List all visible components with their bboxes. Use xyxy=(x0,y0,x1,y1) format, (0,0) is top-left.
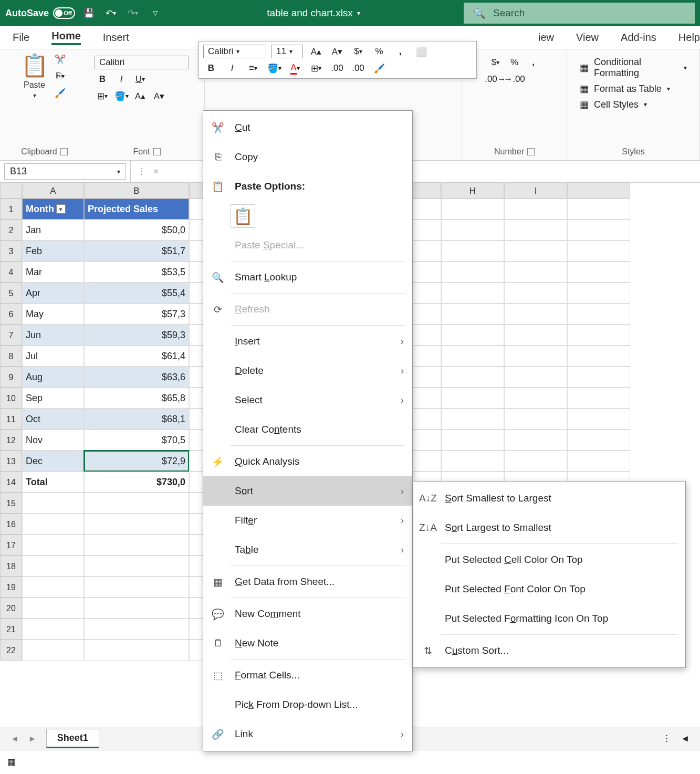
cell[interactable] xyxy=(84,514,189,535)
ctx-clear-contents[interactable]: Clear Contents xyxy=(203,415,412,444)
number-launcher-icon[interactable] xyxy=(527,148,535,155)
mini-shrink-font-icon[interactable]: A▾ xyxy=(329,45,345,58)
cell[interactable]: $730,0 xyxy=(84,472,189,493)
cell[interactable] xyxy=(567,367,630,388)
cell[interactable] xyxy=(504,325,567,346)
select-all-corner[interactable] xyxy=(0,183,22,198)
cell[interactable] xyxy=(567,198,630,219)
font-name-select[interactable]: Calibri xyxy=(95,56,189,69)
cell[interactable] xyxy=(84,493,189,514)
cell[interactable] xyxy=(504,240,567,262)
undo-icon[interactable]: ↶▾ xyxy=(102,5,119,22)
font-grow-icon[interactable]: A▴ xyxy=(132,89,148,103)
cell[interactable] xyxy=(504,430,567,451)
mini-font-size[interactable]: 11▾ xyxy=(271,45,303,58)
mini-merge-icon[interactable]: ⬜ xyxy=(413,45,429,58)
fill-color-button[interactable]: 🪣▾ xyxy=(113,89,129,103)
cell[interactable] xyxy=(567,283,630,304)
cell[interactable] xyxy=(441,240,504,262)
cell[interactable] xyxy=(441,346,504,367)
clipboard-launcher-icon[interactable] xyxy=(60,148,68,155)
ctx-copy[interactable]: ⎘Copy xyxy=(203,142,412,172)
cell[interactable] xyxy=(567,346,630,367)
cell[interactable]: Feb xyxy=(22,240,84,262)
cell[interactable] xyxy=(504,262,567,283)
mini-percent-icon[interactable]: % xyxy=(371,45,387,58)
cell[interactable]: Jan xyxy=(22,219,84,240)
font-launcher-icon[interactable] xyxy=(153,148,161,155)
cell[interactable] xyxy=(22,577,84,598)
sort-font-color[interactable]: Put Selected Font Color On Top xyxy=(413,574,685,604)
tab-file[interactable]: File xyxy=(13,32,29,44)
row-header[interactable]: 7 xyxy=(0,325,22,346)
ctx-delete[interactable]: Delete› xyxy=(203,356,412,385)
cell[interactable] xyxy=(504,219,567,240)
search-input[interactable]: 🔍 Search xyxy=(464,3,695,24)
cell[interactable] xyxy=(84,535,189,556)
cell[interactable] xyxy=(22,493,84,514)
mini-currency-icon[interactable]: $▾ xyxy=(350,45,366,58)
italic-button[interactable]: I xyxy=(113,72,129,86)
cell[interactable]: Sep xyxy=(22,388,84,409)
row-header[interactable]: 5 xyxy=(0,283,22,304)
sheet-next-icon[interactable]: ► xyxy=(28,734,37,744)
ctx-get-data[interactable]: ▦Get Data from Sheet... xyxy=(203,567,412,597)
mini-format-painter-icon[interactable]: 🖌️ xyxy=(371,61,387,75)
cell[interactable] xyxy=(441,198,504,219)
row-header[interactable]: 22 xyxy=(0,640,22,661)
cell[interactable] xyxy=(441,283,504,304)
cell[interactable] xyxy=(504,451,567,472)
col-header[interactable]: H xyxy=(441,183,504,198)
cell[interactable]: Nov xyxy=(22,430,84,451)
mini-italic-icon[interactable]: I xyxy=(224,61,240,75)
currency-button[interactable]: $▾ xyxy=(488,56,504,69)
row-header[interactable]: 21 xyxy=(0,619,22,640)
ctx-new-comment[interactable]: 💬New Comment xyxy=(203,599,412,629)
mini-borders-icon[interactable]: ⊞▾ xyxy=(308,61,324,75)
row-header[interactable]: 20 xyxy=(0,598,22,619)
qat-customize-icon[interactable]: ▽ xyxy=(147,5,163,22)
borders-button[interactable]: ⊞▾ xyxy=(95,89,110,103)
tab-help[interactable]: Help xyxy=(678,32,700,44)
decrease-decimal-icon[interactable]: →.00 xyxy=(507,72,523,86)
cell[interactable]: $72,9 xyxy=(84,451,189,472)
cell[interactable]: $68,1 xyxy=(84,409,189,430)
row-header[interactable]: 19 xyxy=(0,577,22,598)
cell[interactable] xyxy=(504,283,567,304)
cut-icon[interactable]: ✂️ xyxy=(53,53,68,66)
cell[interactable] xyxy=(22,640,84,661)
ctx-smart-lookup[interactable]: 🔍Smart Lookup xyxy=(203,263,412,292)
col-header[interactable]: I xyxy=(504,183,567,198)
cell[interactable]: $53,5 xyxy=(84,262,189,283)
ctx-quick-analysis[interactable]: ⚡Quick Analysis xyxy=(203,447,412,476)
filename[interactable]: table and chart.xlsx▾ xyxy=(169,7,458,19)
cell[interactable] xyxy=(567,388,630,409)
comma-button[interactable]: , xyxy=(526,56,541,69)
cell[interactable] xyxy=(567,262,630,283)
table-header[interactable]: Projected Sales xyxy=(84,198,189,219)
ctx-cut[interactable]: ✂️Cut xyxy=(203,113,412,142)
cell[interactable] xyxy=(84,640,189,661)
row-header[interactable]: 10 xyxy=(0,388,22,409)
cell[interactable] xyxy=(504,346,567,367)
cell[interactable] xyxy=(22,514,84,535)
mini-fill-icon[interactable]: 🪣▾ xyxy=(266,61,282,75)
cell[interactable]: May xyxy=(22,304,84,325)
cell[interactable] xyxy=(22,556,84,577)
cell[interactable] xyxy=(22,598,84,619)
row-header[interactable]: 14 xyxy=(0,472,22,493)
cell[interactable]: Dec xyxy=(22,451,84,472)
cell[interactable]: Jun xyxy=(22,325,84,346)
cell[interactable]: Total xyxy=(22,472,84,493)
sort-cell-color[interactable]: Put Selected Cell Color On Top xyxy=(413,545,685,574)
ctx-table[interactable]: Table› xyxy=(203,535,412,564)
paste-button[interactable]: 📋 Paste ▾ xyxy=(21,53,48,99)
cell[interactable] xyxy=(441,304,504,325)
format-painter-icon[interactable]: 🖌️ xyxy=(53,86,68,100)
cell[interactable] xyxy=(504,409,567,430)
cell[interactable]: $57,3 xyxy=(84,304,189,325)
cell-styles-button[interactable]: ▦Cell Styles▾ xyxy=(580,99,647,110)
cell[interactable] xyxy=(441,367,504,388)
row-header[interactable]: 3 xyxy=(0,240,22,262)
col-header[interactable]: B xyxy=(84,183,189,198)
